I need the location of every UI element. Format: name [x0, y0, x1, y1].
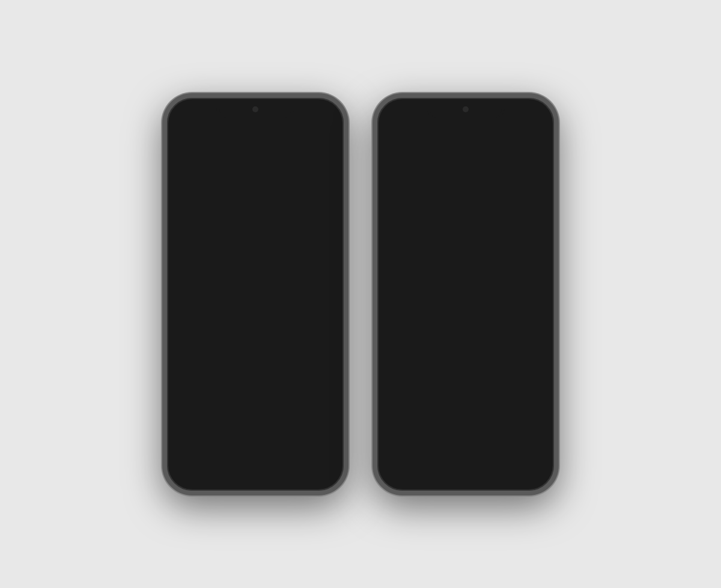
track-add-6[interactable]: + [540, 357, 547, 370]
track-info-8: Roméo et Juliette / Act 1: "L... Rolando… [413, 404, 537, 420]
track-number-2: 2 [385, 263, 393, 272]
track-add-3[interactable]: + [540, 285, 547, 298]
track-item-4[interactable]: 4 □ Roméo et Juliette / Act 1: "E... Rol… [377, 304, 554, 328]
right-battery-icon: ▮ [536, 108, 540, 116]
right-tab-browse-icon [460, 461, 472, 476]
left-phone: 11:19 ▲ ▮ Browse FEATURED CURATOR The DG… [162, 93, 348, 496]
play-large-button[interactable]: ▶ Play [385, 234, 466, 253]
track-name-2: Roméo et Juliette / Act 1: "L'... [413, 259, 537, 268]
left-mini-player[interactable]: ✝ Saint Laurent ▶ ⏭ [167, 426, 344, 456]
track-number-5: 5 [385, 335, 393, 344]
left-skip-button[interactable]: ⏭ [327, 435, 336, 446]
right-skip-button[interactable]: ⏭ [537, 435, 547, 446]
left-mini-player-title: Saint Laurent [198, 437, 305, 446]
track-name-3: Roméo et Juliette / Act 1: "E... [413, 283, 537, 292]
left-status-bar: 11:19 ▲ ▮ [167, 98, 344, 121]
album-meta: Classical • 2009 [445, 198, 547, 207]
track-add-7[interactable]: + [540, 381, 547, 394]
right-mini-player-controls: ▶ ⏭ [520, 435, 547, 447]
svg-rect-7 [390, 464, 394, 469]
right-phone: 11:19 ▲ ▮ ‹ Messages [373, 93, 559, 496]
track-item-6[interactable]: 6 □ Roméo et Juliette / Act 1: "E... Rol… [377, 352, 554, 376]
left-mini-player-controls: ▶ ⏭ [310, 435, 336, 447]
left-play-button[interactable]: ▶ [310, 435, 317, 447]
nav-back-arrow[interactable]: ‹ [387, 132, 391, 148]
play-shuffle-row: ▶ Play ⇌ Shuffle [385, 233, 547, 253]
left-tab-search[interactable]: Search [308, 459, 344, 486]
browse-menu-label-new-music: New Music [177, 291, 227, 303]
album-actions: + ADD ••• [445, 210, 547, 227]
track-item-8[interactable]: 8 □ Roméo et Juliette / Act 1: "L... Rol… [377, 400, 554, 424]
right-mini-player-title: Saint Laurent [409, 437, 516, 446]
left-tab-browse[interactable]: Browse [238, 459, 273, 486]
browse-menu-item-top-charts[interactable]: Top Charts › [177, 368, 334, 396]
browse-screen: 11:19 ▲ ▮ Browse FEATURED CURATOR The DG… [167, 98, 344, 491]
track-icon-8: □ [397, 405, 410, 419]
album-artist: Rolando Villazón, Nin... [445, 189, 547, 198]
featured-image[interactable]: DG THE Deutsche Grammophon PLAYLIST The … [177, 178, 334, 283]
playlist-label-dg: Deutsche Grammophon [204, 241, 306, 252]
right-tab-library[interactable]: Library [377, 459, 413, 486]
messages-label: Messages [391, 122, 424, 130]
right-tab-browse[interactable]: Browse [448, 459, 484, 486]
track-add-5[interactable]: + [540, 333, 547, 346]
track-add-8[interactable]: + [540, 405, 547, 418]
left-tab-radio[interactable]: Radio [273, 459, 308, 486]
right-status-icons: ▲ ▮ [516, 108, 540, 116]
messages-bar[interactable]: ‹ Messages [377, 121, 554, 131]
left-tab-for-you[interactable]: For You [202, 459, 238, 486]
add-button[interactable]: + ADD [445, 211, 481, 226]
track-artist-2: Mathias Hausmann, Juan Francisco... [413, 268, 537, 276]
track-artist-6: Rolando Villazón, Susanne Resmark... [413, 365, 537, 372]
browse-menu-label-top-charts: Top Charts [177, 376, 226, 388]
right-tab-for-you-label: For You [421, 477, 440, 483]
track-item-3[interactable]: 3 □ Roméo et Juliette / Act 1: "E... Nin… [377, 280, 554, 304]
right-wifi-icon: ▲ [527, 109, 534, 116]
svg-rect-0 [180, 464, 184, 469]
left-tab-bar: Library For You Browse [167, 456, 344, 491]
browse-menu-label-playlists: Playlists [177, 320, 214, 332]
track-info-4: Roméo et Juliette / Act 1: "E... Rolando… [413, 308, 537, 324]
svg-rect-8 [395, 464, 400, 469]
left-album-art-icon: ✝ [180, 435, 188, 447]
left-tab-library-label: Library [177, 477, 193, 483]
track-item-5[interactable]: 5 □ Roméo et Juliette / Act 1: "... Russ… [377, 328, 554, 352]
right-tab-browse-label: Browse [457, 477, 475, 483]
more-button[interactable]: ••• [485, 210, 502, 227]
right-tab-search[interactable]: Search [519, 459, 554, 486]
svg-point-11 [499, 465, 503, 469]
dg-logo: DG [241, 204, 270, 233]
chevron-top-charts: › [331, 377, 334, 387]
left-mini-player-art: ✝ [174, 431, 193, 450]
svg-rect-1 [185, 464, 189, 469]
svg-point-12 [532, 463, 538, 469]
track-icon-6: □ [397, 357, 410, 371]
album-art: RoméoetJuliette [385, 155, 439, 209]
track-add-2[interactable]: + [540, 261, 547, 274]
right-play-button[interactable]: ▶ [520, 435, 528, 447]
right-tab-library-label: Library [387, 477, 404, 483]
right-mini-player[interactable]: ✝ Saint Laurent ▶ ⏭ [377, 426, 554, 456]
featured-curator-label: FEATURED CURATOR [167, 147, 344, 153]
right-tab-radio[interactable]: Radio [483, 459, 519, 486]
album-title: Gounod: Roméo et Juliette (Live at Felse… [445, 155, 547, 188]
track-add-4[interactable]: + [540, 309, 547, 322]
browse-title: Browse [167, 121, 344, 147]
left-time: 11:19 [181, 108, 201, 117]
left-battery-icon: ▮ [326, 108, 329, 116]
right-tab-for-you[interactable]: For You [413, 459, 448, 486]
shuffle-large-button[interactable]: ⇌ Shuffle [466, 234, 547, 253]
browse-menu-item-music-videos[interactable]: Music Videos › [177, 340, 334, 368]
play-large-icon: ▶ [412, 238, 418, 248]
browse-menu-item-new-music[interactable]: New Music › [177, 283, 334, 312]
browse-menu-item-playlists[interactable]: Playlists › [177, 312, 334, 340]
track-item-2[interactable]: 2 □ Roméo et Juliette / Act 1: "L'... Ma… [377, 256, 554, 280]
track-item-7[interactable]: 7 □ Roméo et Juliette / Act 1: "A... Nin… [377, 376, 554, 400]
left-tab-browse-label: Browse [246, 477, 264, 483]
svg-point-3 [287, 463, 295, 471]
left-tab-library[interactable]: Library [167, 459, 202, 486]
featured-curator-title: The DG Playlist [167, 153, 344, 166]
svg-point-4 [289, 465, 293, 469]
right-status-bar: 11:19 ▲ ▮ [377, 98, 554, 121]
chevron-music-videos: › [331, 349, 334, 359]
